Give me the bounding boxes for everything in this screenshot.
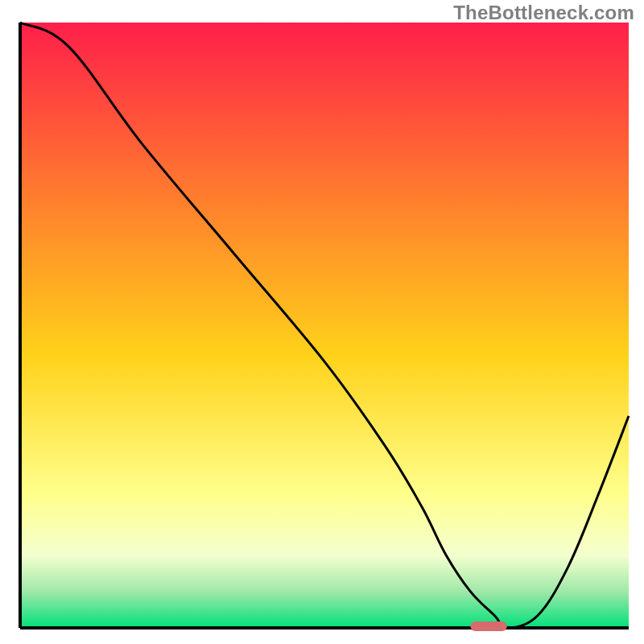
watermark-text: TheBottleneck.com (453, 2, 634, 24)
chart-container: TheBottleneck.com (0, 0, 644, 644)
plot-background (20, 23, 629, 628)
optimal-marker (470, 621, 506, 631)
bottleneck-chart (0, 0, 644, 644)
